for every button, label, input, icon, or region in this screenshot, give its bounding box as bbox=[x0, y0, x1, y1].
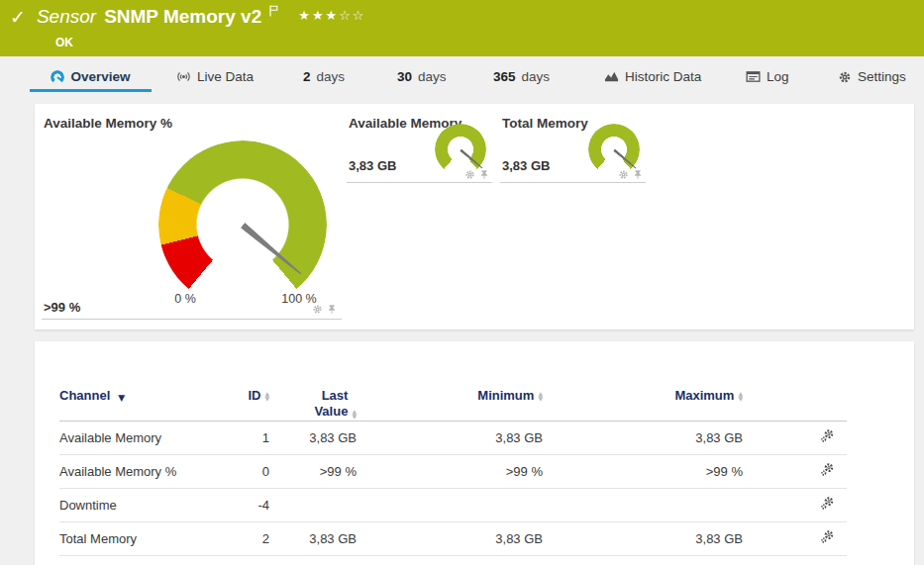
sort-direction-icon: ▼ bbox=[118, 393, 125, 403]
channel-last-value: 3,83 GB bbox=[269, 521, 357, 555]
channel-id: 1 bbox=[208, 421, 269, 454]
channel-maximum bbox=[543, 488, 743, 521]
tab-2-days[interactable]: 2 days bbox=[303, 69, 345, 84]
channel-minimum bbox=[357, 488, 543, 521]
tab-log[interactable]: Log bbox=[746, 69, 789, 84]
sensor-title-row: ✓ Sensor SNMP Memory v2 ★★★☆☆ bbox=[10, 6, 366, 28]
tab-historic-data[interactable]: Historic Data bbox=[604, 69, 701, 84]
tile-gear-icon[interactable] bbox=[464, 169, 475, 180]
object-kind-label: Sensor bbox=[37, 6, 96, 28]
edit-channel-gears-icon[interactable] bbox=[820, 428, 835, 443]
tab-settings-label: Settings bbox=[858, 69, 906, 84]
channel-id: -4 bbox=[208, 488, 269, 521]
gauges-panel: Available Memory % 0 % 100 % >99 % Avail… bbox=[35, 104, 914, 330]
column-header-edit bbox=[743, 341, 847, 421]
gear-icon bbox=[838, 70, 852, 84]
tile-pin-icon[interactable] bbox=[479, 169, 489, 180]
column-header-maximum-label: Maximum bbox=[674, 388, 734, 403]
gauge-ring bbox=[588, 124, 640, 175]
gauge-value: 3,83 GB bbox=[502, 158, 550, 173]
active-tab-indicator bbox=[30, 89, 152, 92]
gauge-tile-available-memory-pct: Available Memory % 0 % 100 % >99 % bbox=[42, 104, 342, 320]
tab-365-days-unit: days bbox=[522, 69, 551, 84]
tab-log-label: Log bbox=[767, 69, 789, 84]
tab-live-data-label: Live Data bbox=[197, 69, 254, 84]
tab-30-days-number: 30 bbox=[397, 69, 412, 84]
tile-pin-icon[interactable] bbox=[633, 169, 643, 180]
table-row: Available Memory 1 3,83 GB 3,83 GB 3,83 … bbox=[59, 421, 847, 454]
column-header-minimum-label: Minimum bbox=[477, 388, 534, 403]
tab-2-days-number: 2 bbox=[303, 69, 311, 84]
sort-icon: ▲▼ bbox=[352, 409, 357, 419]
tile-pin-icon[interactable] bbox=[327, 304, 337, 315]
prtg-sensor-page: ✓ Sensor SNMP Memory v2 ★★★☆☆ OK Overvie… bbox=[0, 0, 924, 565]
area-chart-icon bbox=[604, 69, 619, 84]
column-header-maximum[interactable]: Maximum▲▼ bbox=[543, 341, 743, 421]
tab-settings[interactable]: Settings bbox=[838, 69, 906, 84]
edit-channel-gears-icon[interactable] bbox=[820, 496, 835, 511]
column-header-channel-label: Channel bbox=[59, 388, 110, 403]
tab-2-days-unit: days bbox=[317, 69, 346, 84]
tab-overview[interactable]: Overview bbox=[30, 69, 152, 84]
channel-minimum: >99 % bbox=[357, 454, 543, 488]
channel-maximum: >99 % bbox=[543, 454, 743, 488]
sensor-name: SNMP Memory v2 bbox=[104, 6, 261, 28]
table-row: Total Memory 2 3,83 GB 3,83 GB 3,83 GB bbox=[59, 521, 847, 555]
tab-overview-label: Overview bbox=[70, 69, 130, 84]
channel-minimum: 3,83 GB bbox=[357, 421, 543, 454]
channel-name: Available Memory % bbox=[59, 454, 208, 488]
sensor-status-badge: OK bbox=[55, 36, 73, 49]
stars-filled-icon[interactable]: ★★★ bbox=[298, 8, 339, 23]
log-list-icon bbox=[746, 69, 761, 84]
channel-maximum: 3,83 GB bbox=[543, 421, 743, 454]
tab-30-days[interactable]: 30 days bbox=[397, 69, 447, 84]
channel-minimum: 3,83 GB bbox=[357, 521, 543, 555]
gauge-ring bbox=[435, 124, 486, 175]
tab-30-days-unit: days bbox=[418, 69, 447, 84]
gauge-value: 3,83 GB bbox=[349, 158, 396, 173]
table-header-row: Channel▼ ID▲▼ Last Value▲▼ Minimum▲▼ Max bbox=[59, 341, 847, 421]
channel-last-value: 3,83 GB bbox=[269, 421, 357, 454]
column-header-last-value[interactable]: Last Value▲▼ bbox=[269, 341, 357, 421]
channel-name: Downtime bbox=[59, 488, 208, 521]
tab-live-data[interactable]: Live Data bbox=[176, 69, 254, 84]
channel-last-value: >99 % bbox=[269, 454, 357, 488]
gauge-tile-total-memory: Total Memory 3,83 GB bbox=[500, 104, 646, 183]
channel-last-value bbox=[269, 488, 357, 521]
broadcast-icon bbox=[176, 69, 191, 84]
gauge-ring bbox=[158, 141, 327, 309]
channel-name: Total Memory bbox=[59, 521, 208, 555]
channel-maximum: 3,83 GB bbox=[543, 521, 743, 555]
tile-gear-icon[interactable] bbox=[312, 304, 323, 315]
gauge-value: >99 % bbox=[44, 300, 80, 315]
channels-table: Channel▼ ID▲▼ Last Value▲▼ Minimum▲▼ Max bbox=[59, 341, 847, 556]
tile-gear-icon[interactable] bbox=[618, 169, 629, 180]
check-icon: ✓ bbox=[10, 8, 26, 27]
gauge-title: Available Memory % bbox=[44, 116, 172, 131]
priority-flag-icon[interactable] bbox=[269, 3, 278, 21]
stars-empty-icon[interactable]: ☆☆ bbox=[339, 8, 365, 23]
gauge-available-memory-pct bbox=[158, 141, 327, 309]
column-header-id-label: ID bbox=[248, 388, 260, 403]
priority-stars[interactable]: ★★★☆☆ bbox=[298, 8, 365, 23]
column-header-minimum[interactable]: Minimum▲▼ bbox=[357, 341, 543, 421]
gauge-icon bbox=[51, 70, 64, 84]
gauge-available-memory bbox=[435, 124, 486, 175]
tab-historic-data-label: Historic Data bbox=[625, 69, 701, 84]
table-row: Downtime -4 bbox=[59, 488, 847, 521]
tab-365-days[interactable]: 365 days bbox=[493, 69, 550, 84]
column-header-channel[interactable]: Channel▼ bbox=[59, 341, 208, 421]
table-row: Available Memory % 0 >99 % >99 % >99 % bbox=[59, 454, 847, 488]
column-header-id[interactable]: ID▲▼ bbox=[208, 341, 269, 421]
gauge-tile-available-memory: Available Memory 3,83 GB bbox=[347, 104, 492, 183]
edit-channel-gears-icon[interactable] bbox=[820, 529, 835, 544]
sort-icon: ▲▼ bbox=[264, 391, 269, 401]
tab-365-days-number: 365 bbox=[493, 69, 516, 84]
sort-icon: ▲▼ bbox=[738, 391, 743, 401]
channel-name: Available Memory bbox=[59, 421, 208, 454]
sensor-status-header: ✓ Sensor SNMP Memory v2 ★★★☆☆ OK bbox=[0, 0, 924, 56]
edit-channel-gears-icon[interactable] bbox=[820, 462, 835, 477]
channel-id: 0 bbox=[208, 454, 269, 488]
gauge-min-label: 0 % bbox=[165, 292, 205, 306]
tab-bar: Overview Live Data 2 days 30 days 365 da… bbox=[0, 56, 924, 99]
